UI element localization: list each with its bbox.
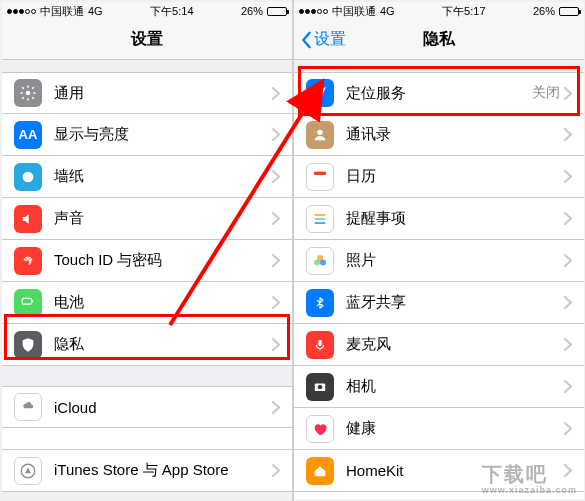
chevron-right-icon xyxy=(272,338,280,351)
row-label: iCloud xyxy=(54,399,272,416)
row-label: 健康 xyxy=(346,419,564,438)
row-label: 电池 xyxy=(54,293,272,312)
health-icon xyxy=(306,415,334,443)
list-row[interactable]: Touch ID 与密码 xyxy=(2,240,292,282)
row-label: 声音 xyxy=(54,209,272,228)
row-label: 隐私 xyxy=(54,335,272,354)
chevron-right-icon xyxy=(564,422,572,435)
row-label: 蓝牙共享 xyxy=(346,293,564,312)
list-row[interactable]: 通用 xyxy=(2,72,292,114)
location-icon xyxy=(306,79,334,107)
row-label: 照片 xyxy=(346,251,564,270)
list-row[interactable]: 声音 xyxy=(2,198,292,240)
status-bar: 中国联通 4G 下午5:14 26% xyxy=(2,2,292,20)
chevron-right-icon xyxy=(272,212,280,225)
list-row[interactable]: AA显示与亮度 xyxy=(2,114,292,156)
contacts-icon xyxy=(306,121,334,149)
camera-icon xyxy=(306,373,334,401)
row-label: 通讯录 xyxy=(346,125,564,144)
row-value: 关闭 xyxy=(532,84,560,102)
row-label: 定位服务 xyxy=(346,84,532,103)
list-row[interactable]: 提醒事项 xyxy=(294,198,584,240)
homekit-icon xyxy=(306,457,334,485)
list-row[interactable]: iCloud xyxy=(2,386,292,428)
stage: 中国联通 4G 下午5:14 26% 设置 通用AA显示与亮度墙纸声音Touch… xyxy=(0,0,585,501)
svg-point-12 xyxy=(317,129,322,134)
chevron-right-icon xyxy=(272,170,280,183)
nav-bar: 设置 xyxy=(2,20,292,60)
list-row[interactable]: 蓝牙共享 xyxy=(294,282,584,324)
nav-bar: 设置 隐私 xyxy=(294,20,584,60)
svg-point-19 xyxy=(314,259,320,265)
chevron-right-icon xyxy=(272,296,280,309)
chevron-right-icon xyxy=(564,212,572,225)
chevron-right-icon xyxy=(272,254,280,267)
svg-rect-21 xyxy=(318,339,322,345)
chevron-right-icon xyxy=(272,87,280,100)
svg-point-23 xyxy=(318,384,323,389)
motion-icon xyxy=(306,499,334,500)
list-row[interactable]: 墙纸 xyxy=(2,156,292,198)
page-title: 设置 xyxy=(131,29,163,50)
watermark: 下载吧 www.xiazaiba.com xyxy=(482,461,577,495)
list-row[interactable]: iTunes Store 与 App Store xyxy=(2,450,292,492)
list-row[interactable]: 电池 xyxy=(2,282,292,324)
privacy-list[interactable]: 定位服务关闭通讯录日历提醒事项照片蓝牙共享麦克风相机健康HomeKit运动与健身… xyxy=(294,60,584,499)
chevron-right-icon xyxy=(272,128,280,141)
list-row[interactable]: 通讯录 xyxy=(294,114,584,156)
battery-label: 26% xyxy=(533,5,555,17)
page-title: 隐私 xyxy=(423,29,455,50)
list-row[interactable]: 麦克风 xyxy=(294,324,584,366)
chevron-right-icon xyxy=(272,464,280,477)
network-label: 4G xyxy=(88,5,103,17)
touchid-icon xyxy=(14,247,42,275)
reminders-icon xyxy=(306,205,334,233)
watermark-text: 下载吧 xyxy=(482,463,548,485)
chevron-right-icon xyxy=(564,254,572,267)
watermark-url: www.xiazaiba.com xyxy=(482,485,577,495)
svg-rect-3 xyxy=(32,300,33,302)
gear-icon xyxy=(14,79,42,107)
appstore-icon xyxy=(14,457,42,485)
list-row[interactable]: 照片 xyxy=(294,240,584,282)
list-row[interactable]: 健康 xyxy=(294,408,584,450)
settings-list[interactable]: 通用AA显示与亮度墙纸声音Touch ID 与密码电池隐私 iCloudiTun… xyxy=(2,60,292,499)
bluetooth-icon xyxy=(306,289,334,317)
signal-dots-icon xyxy=(7,9,36,14)
battery-icon xyxy=(14,289,42,317)
chevron-right-icon xyxy=(564,170,572,183)
row-label: iTunes Store 与 App Store xyxy=(54,461,272,480)
chevron-right-icon xyxy=(272,401,280,414)
chevron-right-icon xyxy=(564,128,572,141)
carrier-label: 中国联通 xyxy=(40,4,84,19)
icloud-icon xyxy=(14,393,42,421)
mic-icon xyxy=(306,331,334,359)
chevron-right-icon xyxy=(564,296,572,309)
right-phone: 中国联通 4G 下午5:17 26% 设置 隐私 定位服务关闭通讯录日历提醒事项… xyxy=(294,2,584,499)
time-label: 下午5:14 xyxy=(150,4,193,19)
photos-icon xyxy=(306,247,334,275)
list-row[interactable]: 隐私 xyxy=(2,324,292,366)
svg-rect-2 xyxy=(22,298,31,304)
row-label: 墙纸 xyxy=(54,167,272,186)
row-label: Touch ID 与密码 xyxy=(54,251,272,270)
row-label: 显示与亮度 xyxy=(54,125,272,144)
chevron-right-icon xyxy=(564,338,572,351)
back-button[interactable]: 设置 xyxy=(300,29,346,50)
list-row[interactable]: 日历 xyxy=(294,156,584,198)
chevron-left-icon xyxy=(300,31,312,49)
list-row[interactable]: 相机 xyxy=(294,366,584,408)
svg-rect-14 xyxy=(314,171,326,174)
left-phone: 中国联通 4G 下午5:14 26% 设置 通用AA显示与亮度墙纸声音Touch… xyxy=(2,2,292,499)
chevron-right-icon xyxy=(564,87,572,100)
back-label: 设置 xyxy=(314,29,346,50)
battery-icon xyxy=(559,7,579,16)
row-label: 日历 xyxy=(346,167,564,186)
svg-point-20 xyxy=(320,259,326,265)
carrier-label: 中国联通 xyxy=(332,4,376,19)
privacy-icon xyxy=(14,331,42,359)
aa-icon: AA xyxy=(14,121,42,149)
battery-icon xyxy=(267,7,287,16)
row-label: 相机 xyxy=(346,377,564,396)
list-row[interactable]: 定位服务关闭 xyxy=(294,72,584,114)
